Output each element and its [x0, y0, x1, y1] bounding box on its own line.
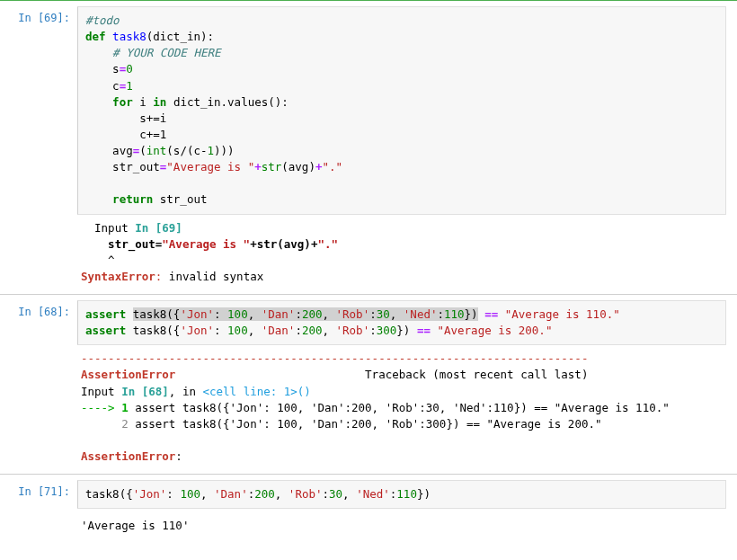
tb-text: str_out= [81, 237, 162, 251]
cell-body: #todo def task8(dict_in): # YOUR CODE HE… [77, 6, 737, 289]
code-token: "." [322, 160, 342, 173]
tb-text: , in [169, 385, 203, 398]
code-token: }) [465, 307, 478, 321]
tb-text: 2 [81, 417, 129, 431]
code-token: 30 [329, 487, 342, 501]
tb-text: +str(avg)+ [250, 237, 317, 251]
code-token: }) [417, 487, 431, 501]
code-token: 'Rob' [336, 324, 370, 337]
code-token: task8 [112, 30, 147, 43]
tb-text: : [175, 449, 189, 463]
code-token: 200 [302, 324, 323, 337]
code-token: #todo [85, 13, 120, 27]
tb-text: Input [81, 385, 121, 398]
code-token: c+=1 [139, 128, 166, 141]
code-token: 300 [377, 324, 397, 337]
notebook-cell: In [68]: assert task8({'Jon': 100, 'Dan'… [0, 294, 737, 474]
code-token: "Average is 200." [437, 324, 552, 337]
error-name: AssertionError [81, 368, 175, 381]
code-token: 100 [180, 487, 200, 501]
tb-text: Input [81, 221, 135, 235]
tb-text: : [155, 270, 169, 283]
code-token: 'Rob' [336, 307, 370, 321]
code-token: # YOUR CODE HERE [112, 46, 220, 59]
error-name: SyntaxError [81, 270, 155, 283]
code-token: 'Ned' [356, 487, 390, 501]
tb-divider: ----------------------------------------… [81, 351, 588, 365]
code-token: str_out [112, 160, 160, 173]
code-token: ))) [214, 144, 235, 157]
tb-text: In [69] [135, 221, 182, 235]
code-token: 0 [126, 62, 133, 76]
code-token: 'Ned' [404, 307, 438, 321]
tb-text: assert task8({'Jon': 100, 'Dan':200, 'Ro… [129, 417, 602, 431]
code-token: 1 [207, 144, 214, 157]
code-token: (s/(c- [166, 144, 207, 157]
code-token: + [254, 160, 262, 173]
output-area: ----------------------------------------… [77, 345, 726, 468]
tb-text: "Average is " [162, 237, 250, 251]
code-token: task8 [133, 324, 167, 337]
tb-text: assert task8({'Jon': 100, 'Dan':200, 'Ro… [129, 401, 670, 414]
output-area: Input In [69] str_out="Average is "+str(… [77, 215, 726, 289]
code-token: i [139, 95, 147, 109]
error-name: AssertionError [81, 449, 175, 463]
code-token: 'Dan' [262, 307, 296, 321]
tb-text: <cell line: 1> [202, 385, 297, 398]
code-token: task8 [133, 307, 167, 321]
tb-text: () [297, 385, 311, 398]
code-token: (dict_in): [147, 30, 214, 43]
code-token: s [112, 62, 120, 76]
code-token: in [153, 95, 166, 109]
code-token: == [484, 307, 498, 321]
code-token: 'Rob' [289, 487, 323, 501]
input-prompt: In [71]: [0, 480, 77, 538]
code-token: return [112, 192, 153, 206]
code-token: int [147, 144, 167, 157]
cell-body: assert task8({'Jon': 100, 'Dan':200, 'Ro… [77, 300, 737, 468]
code-token: 200 [254, 487, 275, 501]
tb-text: "." [317, 237, 338, 251]
code-token: == [417, 324, 431, 337]
code-token: 1 [126, 79, 133, 93]
code-token: "Average is " [166, 160, 254, 173]
code-token: 200 [302, 307, 323, 321]
code-token: 30 [377, 307, 390, 321]
tb-arrow: ----> [81, 401, 121, 414]
code-token: ({ [120, 487, 133, 501]
code-token: dict_in.values(): [173, 95, 289, 109]
error-message: invalid syntax [169, 270, 263, 283]
code-token: }) [396, 324, 410, 337]
code-token: for [112, 95, 133, 109]
code-token: (avg) [281, 160, 315, 173]
code-input[interactable]: #todo def task8(dict_in): # YOUR CODE HE… [77, 6, 726, 215]
code-token: str_out [160, 192, 208, 206]
code-token: 100 [227, 307, 248, 321]
tb-text: ^ [81, 253, 115, 267]
code-token: 'Dan' [262, 324, 296, 337]
tb-text: Traceback (most recent call last) [365, 368, 588, 381]
code-token: ({ [166, 307, 180, 321]
code-token: 100 [227, 324, 248, 337]
code-token: s+=i [139, 111, 166, 125]
tb-text: In [68] [121, 385, 169, 398]
code-token: ( [139, 144, 147, 157]
selection: task8({'Jon': 100, 'Dan':200, 'Rob':30, … [133, 307, 478, 321]
notebook-cell: In [71]: task8({'Jon': 100, 'Dan':200, '… [0, 474, 737, 543]
code-input[interactable]: assert task8({'Jon': 100, 'Dan':200, 'Ro… [77, 300, 726, 345]
tb-text: 1 [121, 401, 129, 414]
code-token: c [112, 79, 120, 93]
notebook-cell: In [69]: #todo def task8(dict_in): # YOU… [0, 0, 737, 294]
cell-body: task8({'Jon': 100, 'Dan':200, 'Rob':30, … [77, 480, 737, 538]
code-token: 110 [444, 307, 465, 321]
code-token: 'Jon' [133, 487, 167, 501]
code-input[interactable]: task8({'Jon': 100, 'Dan':200, 'Rob':30, … [77, 480, 726, 509]
code-token: 'Dan' [214, 487, 248, 501]
input-prompt: In [69]: [0, 6, 77, 289]
output-text: 'Average is 110' [77, 512, 189, 538]
code-token: 110 [396, 487, 417, 501]
code-token: "Average is 110." [505, 307, 620, 321]
input-prompt: In [68]: [0, 300, 77, 468]
code-token: task8 [85, 487, 120, 501]
code-token: 'Jon' [180, 324, 214, 337]
